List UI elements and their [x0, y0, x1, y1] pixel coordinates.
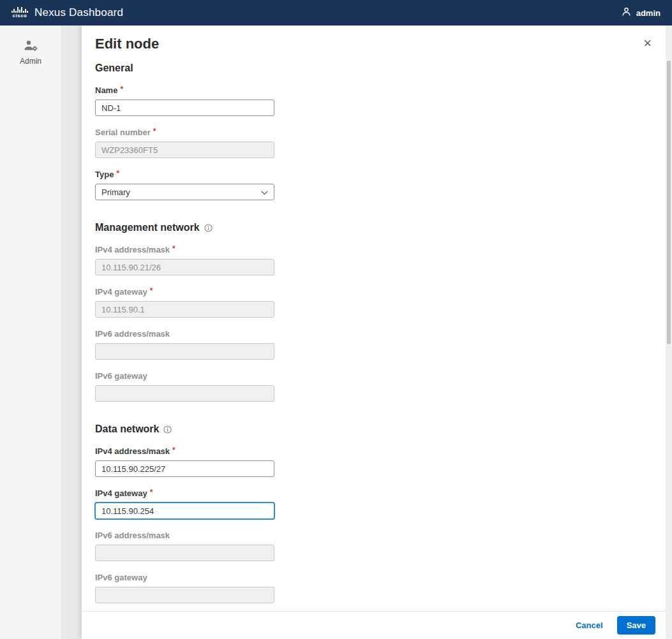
sidebar-item-admin[interactable]: Admin [0, 40, 61, 66]
data-ipv6-address-label: IPv6 address/mask [95, 531, 274, 540]
data-ipv6-address-field-group: IPv6 address/mask [95, 531, 274, 561]
data-ipv6-gateway-field-group: IPv6 gateway [95, 573, 274, 603]
cisco-logo-text: cisco [13, 13, 27, 18]
data-ipv4-gateway-field-group: IPv4 gateway* [95, 488, 274, 519]
type-field-group: Type* Primary [95, 170, 274, 200]
dialog-body: General Name* Serial number* Type* Prima… [82, 59, 666, 611]
mgmt-ipv4-gateway-label: IPv4 gateway* [95, 287, 274, 297]
name-input[interactable] [95, 99, 274, 116]
cancel-button[interactable]: Cancel [576, 621, 603, 630]
section-heading-data-network: Data network [95, 423, 650, 435]
info-icon[interactable] [163, 425, 172, 434]
data-network-heading-text: Data network [95, 423, 159, 435]
cisco-logo-icon: cisco [11, 7, 28, 18]
scrollbar[interactable] [666, 26, 672, 639]
cisco-bars-icon [11, 7, 28, 13]
section-heading-general: General [95, 62, 650, 74]
app-title: Nexus Dashboard [34, 6, 123, 19]
data-ipv4-gateway-label: IPv4 gateway* [95, 488, 274, 498]
mgmt-ipv4-gateway-input [95, 301, 274, 318]
mgmt-ipv4-address-label: IPv4 address/mask* [95, 245, 274, 254]
serial-number-label: Serial number* [95, 128, 274, 137]
dialog-footer: Cancel Save [82, 611, 666, 639]
type-select-value: Primary [101, 187, 130, 197]
sidebar-item-label: Admin [20, 57, 41, 66]
type-select[interactable]: Primary [95, 184, 274, 200]
data-ipv4-gateway-input[interactable] [95, 503, 274, 519]
required-asterisk: * [116, 169, 119, 178]
scrollbar-thumb[interactable] [667, 61, 671, 344]
data-ipv6-address-input [95, 545, 274, 561]
data-ipv6-gateway-input [95, 587, 274, 603]
mgmt-ipv4-address-field-group: IPv4 address/mask* [95, 245, 274, 275]
section-heading-management-network: Management network [95, 222, 650, 233]
general-heading-text: General [95, 62, 133, 74]
required-asterisk: * [120, 85, 123, 94]
chevron-down-icon [261, 187, 268, 197]
mgmt-ipv4-address-input [95, 259, 274, 275]
mgmt-ipv6-gateway-input [95, 385, 274, 402]
dialog-header: Edit node × [82, 26, 666, 59]
mgmt-ipv6-address-input [95, 343, 274, 360]
user-icon [621, 6, 632, 19]
required-asterisk: * [172, 446, 175, 455]
data-ipv6-gateway-label: IPv6 gateway [95, 573, 274, 582]
admin-gear-person-icon [23, 40, 38, 54]
info-icon[interactable] [204, 224, 213, 232]
mgmt-ipv6-address-label: IPv6 address/mask [95, 329, 274, 339]
required-asterisk: * [153, 127, 156, 136]
edit-node-dialog: Edit node × General Name* Serial number*… [82, 26, 666, 639]
serial-number-input [95, 142, 274, 158]
dialog-title: Edit node [95, 36, 159, 52]
data-ipv4-address-input[interactable] [95, 460, 274, 477]
close-icon[interactable]: × [639, 36, 655, 51]
save-button[interactable]: Save [617, 616, 655, 635]
mgmt-ipv6-gateway-field-group: IPv6 gateway [95, 371, 274, 402]
user-name: admin [636, 8, 661, 18]
required-asterisk: * [150, 488, 153, 497]
management-heading-text: Management network [95, 222, 200, 233]
topbar: cisco Nexus Dashboard admin [0, 0, 672, 26]
mgmt-ipv6-gateway-label: IPv6 gateway [95, 371, 274, 381]
required-asterisk: * [150, 286, 153, 295]
data-ipv4-address-label: IPv4 address/mask* [95, 446, 274, 456]
sidebar: Admin [0, 26, 62, 639]
data-ipv4-address-field-group: IPv4 address/mask* [95, 446, 274, 477]
name-label: Name* [95, 85, 274, 95]
mgmt-ipv6-address-field-group: IPv6 address/mask [95, 329, 274, 360]
type-label: Type* [95, 170, 274, 179]
name-field-group: Name* [95, 85, 274, 116]
mgmt-ipv4-gateway-field-group: IPv4 gateway* [95, 287, 274, 318]
serial-number-field-group: Serial number* [95, 128, 274, 158]
brand: cisco Nexus Dashboard [11, 6, 123, 19]
user-menu[interactable]: admin [621, 6, 661, 19]
required-asterisk: * [172, 244, 175, 253]
